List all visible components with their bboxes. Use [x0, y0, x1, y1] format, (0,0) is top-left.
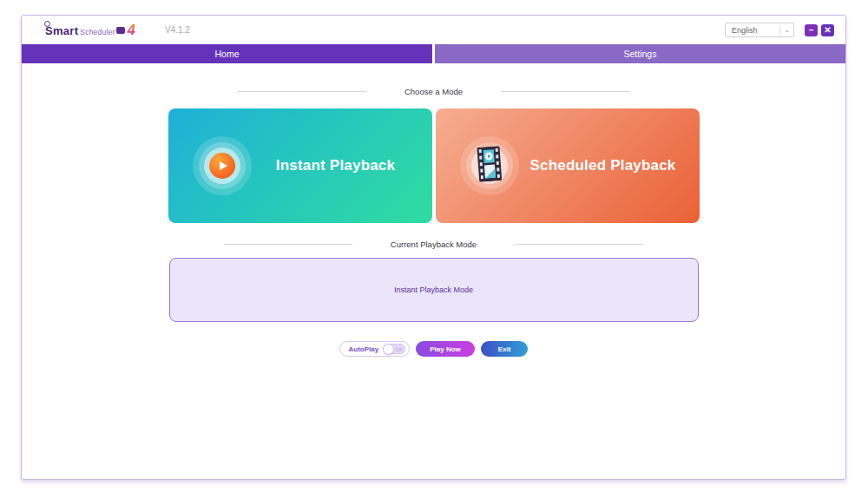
scheduled-playback-card[interactable]: Scheduled Playback [436, 108, 700, 223]
current-mode-label: Current Playback Mode [391, 240, 477, 249]
tab-bar: Home Settings [22, 44, 845, 63]
logo-number: 4 [127, 22, 135, 39]
play-icon [193, 136, 252, 195]
divider-line [224, 244, 352, 245]
tab-home[interactable]: Home [22, 44, 432, 63]
autoplay-toggle[interactable]: AutoPlay Off [339, 341, 411, 357]
app-logo: Smart Scheduler 4 [45, 22, 135, 39]
close-icon: ✕ [824, 25, 831, 36]
exit-button[interactable]: Exit [481, 341, 529, 357]
scheduled-playback-label: Scheduled Playback [519, 157, 700, 174]
window-controls: – ✕ [805, 24, 834, 36]
action-bar: AutoPlay Off Play Now Exit [22, 341, 845, 357]
select-divider [779, 25, 780, 35]
main-content: Choose a Mode Instant Playback [22, 63, 845, 357]
logo-text-smart: Smart [45, 24, 78, 37]
logo-text-scheduler: Scheduler [80, 28, 115, 36]
minimize-icon: – [809, 25, 814, 36]
instant-playback-card[interactable]: Instant Playback [168, 108, 432, 223]
current-mode-value: Instant Playback Mode [394, 286, 473, 294]
divider-line [238, 91, 366, 92]
language-value: English [732, 26, 758, 35]
language-select[interactable]: English ⌄ [725, 23, 794, 37]
toggle-state-label: Off [395, 346, 402, 353]
instant-playback-label: Instant Playback [252, 157, 432, 174]
mode-cards: Instant Playback [168, 108, 700, 223]
desktop-background: Smart Scheduler 4 V4.1.2 English ⌄ – ✕ [0, 0, 868, 499]
app-window: Smart Scheduler 4 V4.1.2 English ⌄ – ✕ [21, 15, 846, 480]
divider-line [515, 244, 643, 245]
chevron-down-icon: ⌄ [784, 26, 790, 34]
minimize-button[interactable]: – [805, 24, 818, 36]
play-now-button[interactable]: Play Now [416, 341, 475, 357]
close-button[interactable]: ✕ [821, 24, 834, 36]
current-mode-panel: Instant Playback Mode [169, 258, 699, 322]
title-bar: Smart Scheduler 4 V4.1.2 English ⌄ – ✕ [22, 16, 845, 44]
choose-mode-header: Choose a Mode [22, 86, 845, 96]
logo-badge [116, 27, 125, 34]
film-icon [460, 136, 519, 195]
toggle-switch[interactable]: Off [383, 344, 405, 354]
autoplay-label: AutoPlay [349, 345, 379, 353]
current-mode-header: Current Playback Mode [22, 239, 845, 249]
tab-settings[interactable]: Settings [435, 44, 845, 63]
version-label: V4.1.2 [165, 25, 190, 35]
choose-mode-label: Choose a Mode [404, 87, 463, 96]
toggle-knob [384, 345, 393, 354]
divider-line [501, 91, 629, 92]
